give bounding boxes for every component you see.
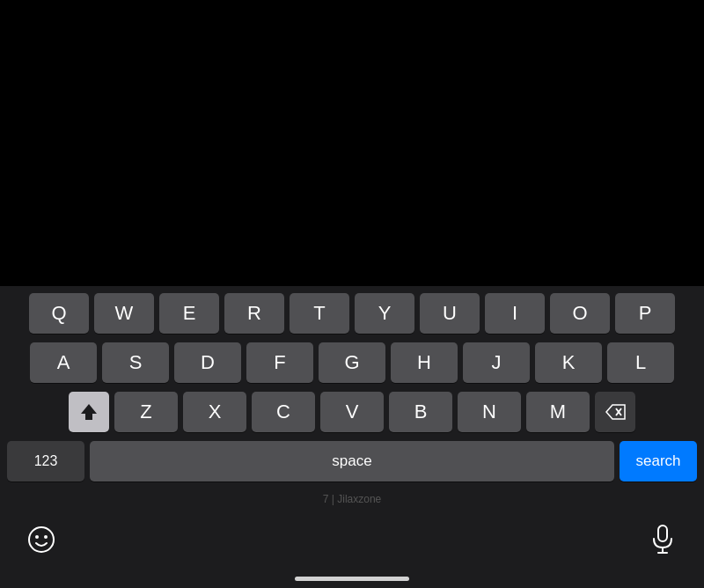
key-c[interactable]: C	[252, 392, 315, 432]
key-p[interactable]: P	[615, 293, 675, 334]
key-m[interactable]: M	[526, 392, 590, 432]
bottom-row: 123 space search	[4, 441, 700, 481]
key-v[interactable]: V	[320, 392, 384, 432]
delete-key[interactable]	[595, 392, 635, 432]
svg-marker-0	[81, 404, 97, 420]
key-b[interactable]: B	[389, 392, 452, 432]
delete-icon	[604, 403, 627, 421]
watermark-row: 7 | Jilaxzone	[4, 490, 700, 508]
key-q[interactable]: Q	[29, 293, 89, 334]
search-key[interactable]: search	[620, 441, 697, 481]
icon-row	[4, 517, 700, 562]
key-row-1: Q W E R T Y U I O P	[4, 293, 700, 334]
key-row-3: Z X C V B N M	[4, 392, 700, 432]
key-n[interactable]: N	[458, 392, 521, 432]
key-f[interactable]: F	[246, 342, 313, 383]
key-g[interactable]: G	[319, 342, 385, 383]
key-k[interactable]: K	[535, 342, 602, 383]
key-z[interactable]: Z	[114, 392, 178, 432]
microphone-button[interactable]	[646, 523, 679, 556]
home-indicator-row	[4, 571, 700, 588]
key-o[interactable]: O	[550, 293, 610, 334]
key-d[interactable]: D	[174, 342, 241, 383]
svg-point-5	[44, 535, 48, 539]
emoji-button[interactable]	[25, 523, 58, 556]
key-i[interactable]: I	[485, 293, 545, 334]
key-s[interactable]: S	[102, 342, 169, 383]
keyboard: Q W E R T Y U I O P A S D F G H J K L Z …	[0, 286, 704, 588]
microphone-icon	[650, 525, 675, 555]
key-l[interactable]: L	[607, 342, 674, 383]
shift-key[interactable]	[69, 392, 109, 432]
key-a[interactable]: A	[30, 342, 97, 383]
key-h[interactable]: H	[391, 342, 458, 383]
key-x[interactable]: X	[183, 392, 246, 432]
svg-point-4	[35, 535, 39, 539]
key-r[interactable]: R	[224, 293, 284, 334]
key-e[interactable]: E	[159, 293, 219, 334]
key-t[interactable]: T	[290, 293, 349, 334]
key-y[interactable]: Y	[355, 293, 414, 334]
space-key[interactable]: space	[90, 441, 614, 481]
emoji-icon	[27, 526, 55, 554]
svg-point-3	[29, 527, 54, 552]
key-u[interactable]: U	[420, 293, 480, 334]
key-w[interactable]: W	[94, 293, 154, 334]
watermark-text: 7 | Jilaxzone	[323, 493, 382, 505]
shift-icon	[79, 402, 99, 422]
numbers-key[interactable]: 123	[7, 441, 84, 481]
svg-rect-6	[658, 526, 667, 541]
home-indicator	[295, 577, 409, 581]
key-row-2: A S D F G H J K L	[4, 342, 700, 383]
key-j[interactable]: J	[463, 342, 530, 383]
